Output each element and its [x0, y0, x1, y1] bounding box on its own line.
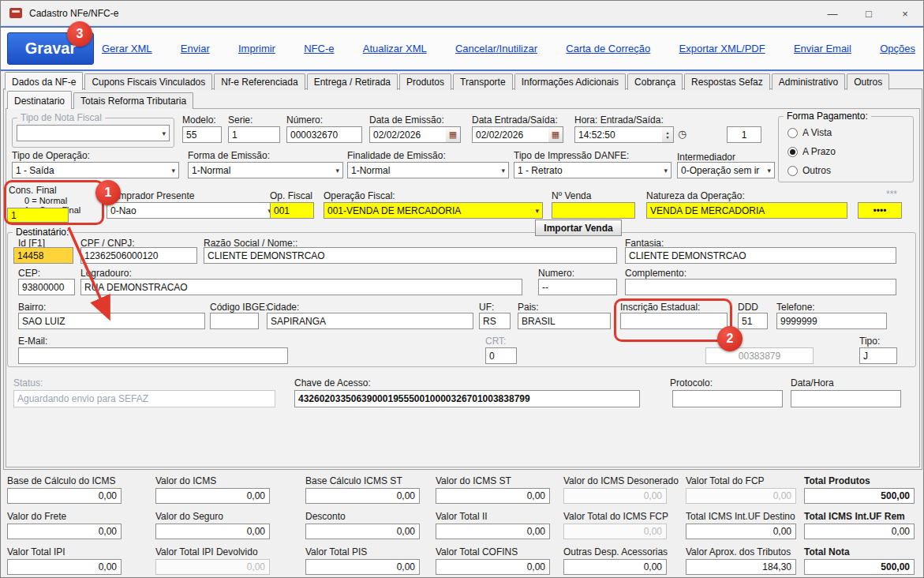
- cep-input[interactable]: 93800000: [18, 279, 75, 295]
- op-fiscal-input[interactable]: 001: [270, 202, 314, 219]
- close-button[interactable]: ×: [887, 1, 923, 26]
- data-hora-input[interactable]: [791, 390, 901, 407]
- total-value-field[interactable]: 0,00: [563, 524, 667, 539]
- toolbar-link-gerar-xml[interactable]: Gerar XML: [102, 43, 152, 54]
- protocolo-input[interactable]: [672, 390, 783, 407]
- tab-administrativo[interactable]: Administrativo: [772, 73, 845, 90]
- radio-outros[interactable]: Outros: [787, 165, 831, 176]
- total-value-field[interactable]: 0,00: [155, 559, 270, 575]
- total-value-field[interactable]: 0,00: [563, 559, 667, 575]
- numero-input[interactable]: 000032670: [286, 126, 362, 143]
- data-saida-input[interactable]: 02/02/2026: [472, 126, 549, 143]
- total-value-field[interactable]: 0,00: [436, 524, 550, 539]
- forma-emissao-select[interactable]: 1-Normal ▾: [188, 162, 343, 178]
- total-value-field[interactable]: 0,00: [155, 524, 270, 539]
- maximize-button[interactable]: □: [851, 1, 887, 26]
- finalidade-select[interactable]: 1-Normal ▾: [347, 162, 509, 178]
- radio-unchecked-icon: [787, 128, 798, 138]
- total-value-field[interactable]: 0,00: [305, 524, 420, 539]
- telefone-input[interactable]: 9999999: [776, 313, 887, 329]
- tab-transporte[interactable]: Transporte: [453, 73, 513, 90]
- tab-entrega-retirada[interactable]: Entrega / Retirada: [307, 73, 398, 90]
- total-value-field[interactable]: 184,30: [686, 559, 796, 575]
- toolbar-link-atualizar-xml[interactable]: Atualizar XML: [363, 43, 427, 54]
- total-value-field[interactable]: 500,00: [804, 488, 915, 504]
- radio-a-prazo[interactable]: A Prazo: [787, 146, 836, 157]
- hora-spinner[interactable]: ▴ ▾: [662, 126, 674, 143]
- total-value-field[interactable]: 0,00: [563, 488, 667, 504]
- tipo-operacao-select[interactable]: 1 - Saída ▾: [12, 162, 179, 178]
- comprador-presente-select[interactable]: 0-Nao ▾: [107, 202, 275, 219]
- cidade-input[interactable]: SAPIRANGA: [267, 313, 473, 329]
- minimize-button[interactable]: —: [814, 1, 851, 26]
- chave-acesso-input[interactable]: 4326020335063900019555001000032670100383…: [294, 390, 640, 407]
- data-emissao-input[interactable]: 02/02/2026: [369, 126, 447, 143]
- toolbar-link-carta-de-correcao[interactable]: Carta de Correção: [566, 43, 650, 54]
- natureza-operacao-input[interactable]: VENDA DE MERCADORIA: [646, 202, 847, 219]
- n-venda-input[interactable]: [552, 202, 635, 219]
- tab-outros[interactable]: Outros: [847, 73, 889, 90]
- serie-input[interactable]: 1: [228, 126, 280, 143]
- complemento-input[interactable]: [625, 279, 896, 295]
- tab-dados-da-nf-e[interactable]: Dados da NF-e: [5, 72, 83, 90]
- crt-input[interactable]: 0: [485, 347, 517, 364]
- total-value-field[interactable]: 0,00: [7, 559, 122, 575]
- radio-a-vista[interactable]: A Vista: [787, 127, 832, 138]
- cpf-cnpj-input[interactable]: 12362506000120: [80, 247, 197, 264]
- intermediador-select[interactable]: 0-Operação sem ir ▾: [677, 162, 775, 178]
- total-label: Valor do Frete: [7, 511, 155, 522]
- importar-venda-button[interactable]: Importar Venda: [535, 220, 622, 236]
- ddd-input[interactable]: 51: [738, 313, 768, 329]
- total-value-field[interactable]: 0,00: [7, 524, 122, 539]
- total-value-field[interactable]: 0,00: [7, 488, 122, 504]
- hora-input[interactable]: 14:52:50: [574, 126, 663, 143]
- subtab-totais-reforma-tributaria[interactable]: Totais Reforma Tributaria: [73, 92, 193, 109]
- subtab-destinatario[interactable]: Destinatario: [7, 91, 72, 109]
- modelo-input[interactable]: 55: [182, 126, 222, 143]
- logradouro-input[interactable]: RUA DEMONSTRACAO: [80, 279, 522, 295]
- bairro-input[interactable]: SAO LUIZ: [18, 313, 205, 329]
- toolbar-link-cancelar-inutilizar[interactable]: Cancelar/Inutilizar: [455, 43, 537, 54]
- total-value-field[interactable]: 0,00: [686, 524, 796, 539]
- total-value-field[interactable]: 0,00: [305, 488, 420, 504]
- total-value-field[interactable]: 0,00: [436, 488, 550, 504]
- tab-produtos[interactable]: Produtos: [399, 73, 451, 90]
- toolbar-link-exportar-xml-pdf[interactable]: Exportar XML/PDF: [679, 43, 765, 54]
- toolbar-link-opcoes[interactable]: Opções: [880, 43, 915, 54]
- toolbar-link-imprimir[interactable]: Imprimir: [238, 43, 275, 54]
- toolbar-link-enviar-email[interactable]: Enviar Email: [794, 43, 851, 54]
- total-value-field[interactable]: 0,00: [804, 524, 915, 539]
- toolbar-link-nfc-e[interactable]: NFC-e: [304, 43, 334, 54]
- toolbar-link-enviar[interactable]: Enviar: [181, 43, 210, 54]
- codigo-nota-field[interactable]: 00383879: [705, 347, 814, 364]
- crt-label: CRT:: [485, 336, 506, 347]
- tipo-nota-select[interactable]: ▾: [17, 125, 170, 141]
- id-input[interactable]: 14458: [13, 247, 73, 264]
- tab-informacoes-adicionais[interactable]: Informações Adicionais: [514, 73, 626, 90]
- total-value-field[interactable]: 0,00: [436, 559, 550, 575]
- tab-nf-e-referenciada[interactable]: Nf-e Referenciada: [214, 73, 305, 90]
- misc-number-field[interactable]: 1: [727, 126, 761, 143]
- razao-social-input[interactable]: CLIENTE DEMONSTRCAO: [204, 247, 617, 264]
- tab-cobranca[interactable]: Cobrança: [627, 73, 683, 90]
- tab-respostas-sefaz[interactable]: Respostas Sefaz: [684, 73, 770, 90]
- total-value-field[interactable]: 0,00: [686, 488, 796, 504]
- tab-cupons-fiscais-vinculados[interactable]: Cupons Fiscais Vinculados: [84, 73, 212, 90]
- uf-input[interactable]: RS: [479, 313, 511, 329]
- serie-label: Serie:: [228, 114, 253, 126]
- fantasia-input[interactable]: CLIENTE DEMONSTRCAO: [625, 247, 896, 264]
- tipo-input[interactable]: J: [859, 347, 897, 364]
- codigo-ibge-input[interactable]: [210, 313, 259, 329]
- data-saida-calendar-button[interactable]: ▦: [548, 126, 563, 143]
- total-value-field[interactable]: 500,00: [804, 559, 915, 575]
- masked-value-field[interactable]: ••••: [858, 202, 902, 219]
- data-emissao-calendar-button[interactable]: ▦: [446, 126, 461, 143]
- tipo-impressao-select[interactable]: 1 - Retrato ▾: [514, 162, 671, 178]
- total-value-field[interactable]: 0,00: [155, 488, 270, 504]
- numero-endereco-label: Numero:: [538, 268, 574, 279]
- operacao-fiscal-select[interactable]: 001-VENDA DE MERCADORIA ▾: [324, 202, 543, 219]
- numero-endereco-input[interactable]: --: [538, 279, 617, 295]
- email-input[interactable]: [18, 347, 288, 364]
- total-value-field[interactable]: 0,00: [305, 559, 420, 575]
- pais-input[interactable]: BRASIL: [518, 313, 611, 329]
